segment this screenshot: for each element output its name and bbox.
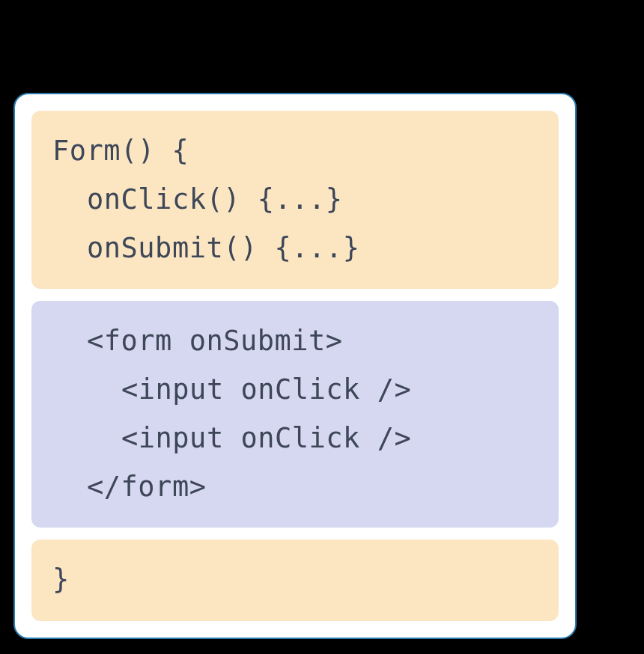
code-line: onClick() {...} — [52, 176, 538, 224]
code-line: Form() { — [52, 127, 538, 176]
code-line: } — [52, 556, 538, 605]
code-line: <input onClick /> — [52, 415, 538, 463]
code-line: </form> — [52, 463, 538, 512]
code-line: <input onClick /> — [52, 366, 538, 415]
code-block-jsx: <form onSubmit> <input onClick /> <input… — [31, 301, 559, 528]
code-line: <form onSubmit> — [52, 317, 538, 366]
code-card: Form() { onClick() {...} onSubmit() {...… — [13, 93, 577, 639]
code-line: onSubmit() {...} — [52, 224, 538, 273]
code-block-function-header: Form() { onClick() {...} onSubmit() {...… — [31, 111, 559, 289]
code-block-function-footer: } — [31, 540, 559, 621]
